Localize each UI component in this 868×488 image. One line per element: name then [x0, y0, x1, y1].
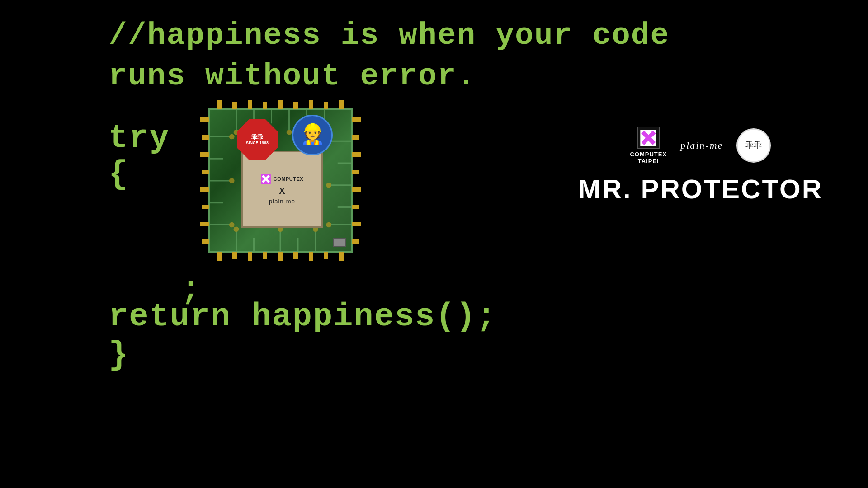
pins-bottom [217, 252, 344, 262]
chip-die-plainme-text: plain-me [269, 198, 295, 205]
pins-top [217, 99, 344, 109]
code-return: return happiness(); [108, 298, 497, 335]
svg-point-31 [229, 222, 235, 228]
computex-die-logo: COMPUTEX [261, 174, 303, 184]
svg-point-33 [326, 183, 331, 188]
computex-die-icon [261, 174, 271, 184]
svg-point-30 [229, 178, 235, 183]
svg-point-23 [287, 130, 292, 135]
code-open-brace: { [108, 156, 129, 193]
computex-brand-icon [637, 127, 660, 149]
chip-die-x-label: X [279, 186, 285, 196]
chip-die-computex-text: COMPUTEX [274, 176, 303, 182]
computex-icon-inner [640, 130, 656, 146]
mr-protector-title: MR. PROTECTOR [578, 174, 823, 205]
guaiguai-brand-text: 乖乖 [745, 141, 762, 150]
character-badge: 👷 [292, 115, 333, 155]
stop-badge-text: 乖乖 SINCE 1968 [246, 134, 269, 145]
chip-pcb: COMPUTEX X plain-me 乖乖 SINCE 1968 👷 [208, 108, 353, 253]
chip-port [333, 238, 346, 247]
svg-point-34 [326, 222, 331, 228]
pins-right [352, 117, 362, 244]
code-close-brace: } [108, 337, 129, 374]
brand-logos-row: COMPUTEXTAIPEI plain-me 乖乖 [630, 127, 771, 164]
computex-brand-logo: COMPUTEXTAIPEI [630, 127, 667, 164]
code-line-2: runs without error. [108, 59, 476, 94]
computex-brand-label: COMPUTEXTAIPEI [630, 151, 667, 164]
plainme-brand-logo: plain-me [680, 140, 723, 151]
guaiguai-brand-logo: 乖乖 [736, 128, 771, 163]
chip-die: COMPUTEX X plain-me [241, 151, 323, 228]
svg-point-26 [234, 226, 239, 232]
branding-section: COMPUTEXTAIPEI plain-me 乖乖 MR. PROTECTOR [578, 127, 823, 205]
stop-badge: 乖乖 SINCE 1968 [237, 119, 278, 160]
chip-illustration: COMPUTEX X plain-me 乖乖 SINCE 1968 👷 [199, 99, 362, 262]
character-emoji: 👷 [300, 125, 325, 145]
computex-x-mark [641, 131, 656, 145]
svg-point-29 [229, 134, 235, 140]
pins-left [199, 117, 209, 244]
code-try: try [108, 120, 170, 157]
code-line-1: //happiness is when your code [108, 18, 670, 53]
